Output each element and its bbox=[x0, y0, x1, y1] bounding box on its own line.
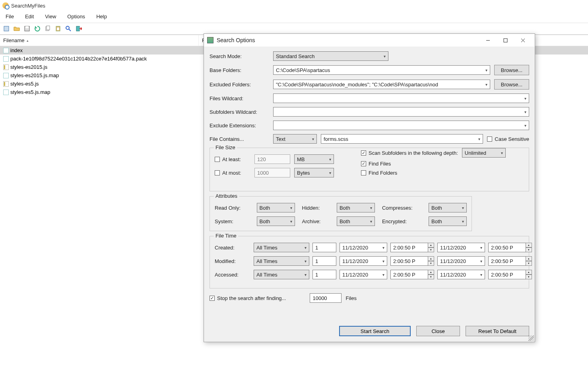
modified-time2[interactable]: 2:00:50 P▴▾ bbox=[488, 256, 532, 266]
accessed-date1[interactable]: 11/12/2020▾ bbox=[340, 270, 387, 279]
tb-search-icon[interactable] bbox=[64, 25, 72, 33]
dialog-icon bbox=[207, 37, 213, 43]
svg-line-8 bbox=[69, 29, 71, 31]
at-least-value[interactable]: 120 bbox=[254, 154, 290, 164]
menu-help[interactable]: Help bbox=[95, 13, 109, 20]
modified-date1[interactable]: 11/12/2020▾ bbox=[340, 256, 387, 266]
created-date2[interactable]: 11/12/2020▾ bbox=[437, 243, 485, 252]
at-most-check[interactable]: At most: bbox=[215, 170, 250, 176]
tb-refresh-icon[interactable] bbox=[33, 25, 41, 33]
dialog-footer: Start Search Close Reset To Default bbox=[204, 323, 535, 342]
svg-rect-2 bbox=[25, 26, 29, 28]
file-icon bbox=[3, 48, 9, 53]
file-name: styles-es5.js.map bbox=[10, 89, 50, 95]
exclude-ext-combo[interactable]: ▾ bbox=[273, 121, 529, 130]
lbl-files-word: Files bbox=[345, 295, 356, 301]
tb-open-icon[interactable] bbox=[13, 25, 21, 33]
stop-count-input[interactable]: 10000 bbox=[310, 293, 342, 303]
svg-rect-9 bbox=[76, 26, 80, 31]
find-folders-check[interactable]: Find Folders bbox=[361, 170, 506, 176]
accessed-count[interactable]: 1 bbox=[312, 270, 336, 279]
js-file-icon bbox=[3, 81, 9, 87]
modified-mode-combo[interactable]: All Times▾ bbox=[254, 256, 309, 266]
created-mode-combo[interactable]: All Times▾ bbox=[254, 243, 309, 252]
svg-rect-11 bbox=[504, 39, 507, 42]
encrypted-combo[interactable]: Both▾ bbox=[429, 216, 467, 226]
excluded-folders-combo[interactable]: "C:\Code\SPA\spartacus\node_modules"; "C… bbox=[273, 80, 490, 89]
archive-combo[interactable]: Both▾ bbox=[337, 216, 375, 226]
group-file-time: File Time bbox=[214, 233, 238, 239]
lbl-system: System: bbox=[215, 218, 250, 224]
lbl-files-wildcard: Files Wildcard: bbox=[210, 95, 269, 101]
maximize-button[interactable] bbox=[497, 34, 514, 46]
created-time1[interactable]: 2:00:50 P▴▾ bbox=[390, 243, 434, 252]
search-mode-combo[interactable]: Standard Search▾ bbox=[273, 51, 388, 61]
sort-asc-icon: ▴ bbox=[27, 39, 29, 43]
tb-exit-icon[interactable] bbox=[75, 25, 83, 33]
browse-excluded-button[interactable]: Browse... bbox=[494, 79, 529, 90]
svg-rect-6 bbox=[57, 27, 59, 30]
scan-subfolders-check[interactable]: Scan Subfolders in the following depth: bbox=[361, 150, 458, 156]
titlebar: SearchMyFiles bbox=[0, 0, 588, 11]
menu-options[interactable]: Options bbox=[66, 13, 87, 20]
file-icon bbox=[3, 73, 9, 78]
window-title: SearchMyFiles bbox=[11, 3, 45, 9]
hidden-combo[interactable]: Both▾ bbox=[337, 203, 375, 212]
lbl-search-mode: Search Mode: bbox=[210, 53, 269, 59]
contains-value-combo[interactable]: forms.scss▾ bbox=[321, 134, 483, 144]
case-sensitive-check[interactable]: Case Sensitive bbox=[487, 136, 529, 142]
accessed-time2[interactable]: 2:00:50 P▴▾ bbox=[488, 270, 532, 279]
start-search-button[interactable]: Start Search bbox=[339, 326, 411, 336]
menu-file[interactable]: File bbox=[4, 13, 16, 20]
compresses-combo[interactable]: Both▾ bbox=[429, 203, 467, 212]
col-filename[interactable]: Filename ▴ bbox=[0, 35, 199, 46]
lbl-file-contains: File Contains... bbox=[210, 136, 269, 142]
menubar: File Edit View Options Help bbox=[0, 11, 588, 23]
base-folders-combo[interactable]: C:\Code\SPA\spartacus▾ bbox=[273, 65, 490, 75]
close-button[interactable] bbox=[514, 34, 532, 46]
created-time2[interactable]: 2:00:50 P▴▾ bbox=[488, 243, 532, 252]
file-icon bbox=[3, 90, 9, 95]
subfolders-wildcard-combo[interactable]: ▾ bbox=[273, 107, 529, 117]
tb-new-icon[interactable] bbox=[2, 25, 10, 33]
files-wildcard-combo[interactable]: ▾ bbox=[273, 94, 529, 103]
minimize-button[interactable] bbox=[479, 34, 497, 46]
menu-edit[interactable]: Edit bbox=[23, 13, 35, 20]
accessed-mode-combo[interactable]: All Times▾ bbox=[254, 270, 309, 279]
svg-point-7 bbox=[66, 26, 69, 29]
reset-default-button[interactable]: Reset To Default bbox=[466, 326, 529, 336]
contains-type-combo[interactable]: Text▾ bbox=[273, 134, 317, 144]
lbl-modified: Modified: bbox=[215, 258, 250, 264]
modified-time1[interactable]: 2:00:50 P▴▾ bbox=[390, 256, 434, 266]
file-name: index bbox=[10, 47, 23, 53]
readonly-combo[interactable]: Both▾ bbox=[257, 203, 295, 212]
created-date1[interactable]: 11/12/2020▾ bbox=[340, 243, 387, 252]
lbl-hidden: Hidden: bbox=[302, 205, 330, 211]
system-combo[interactable]: Both▾ bbox=[257, 216, 295, 226]
tb-save-icon[interactable] bbox=[23, 25, 31, 33]
accessed-date2[interactable]: 11/12/2020▾ bbox=[437, 270, 485, 279]
resize-grip[interactable] bbox=[528, 335, 534, 341]
depth-combo[interactable]: Unlimited▾ bbox=[462, 148, 506, 158]
close-dialog-button[interactable]: Close bbox=[416, 326, 460, 336]
find-files-check[interactable]: Find Files bbox=[361, 161, 506, 167]
dialog-titlebar[interactable]: Search Options bbox=[204, 34, 535, 47]
at-least-unit[interactable]: MB▾ bbox=[294, 154, 334, 164]
tb-copy-icon[interactable] bbox=[44, 25, 52, 33]
at-most-unit[interactable]: Bytes▾ bbox=[294, 168, 334, 177]
dialog-title: Search Options bbox=[217, 37, 255, 43]
at-most-value[interactable]: 1000 bbox=[254, 168, 290, 177]
svg-rect-0 bbox=[4, 26, 9, 31]
menu-view[interactable]: View bbox=[43, 13, 58, 20]
modified-count[interactable]: 1 bbox=[312, 256, 336, 266]
lbl-accessed: Accessed: bbox=[215, 272, 250, 278]
js-file-icon bbox=[3, 64, 9, 70]
tb-paste-icon[interactable] bbox=[54, 25, 62, 33]
at-least-check[interactable]: At least: bbox=[215, 156, 250, 162]
created-count[interactable]: 1 bbox=[312, 243, 336, 252]
svg-rect-4 bbox=[47, 26, 50, 30]
modified-date2[interactable]: 11/12/2020▾ bbox=[437, 256, 485, 266]
stop-after-check[interactable]: Stop the search after finding... bbox=[210, 295, 286, 301]
browse-base-button[interactable]: Browse... bbox=[494, 65, 529, 75]
accessed-time1[interactable]: 2:00:50 P▴▾ bbox=[390, 270, 434, 279]
